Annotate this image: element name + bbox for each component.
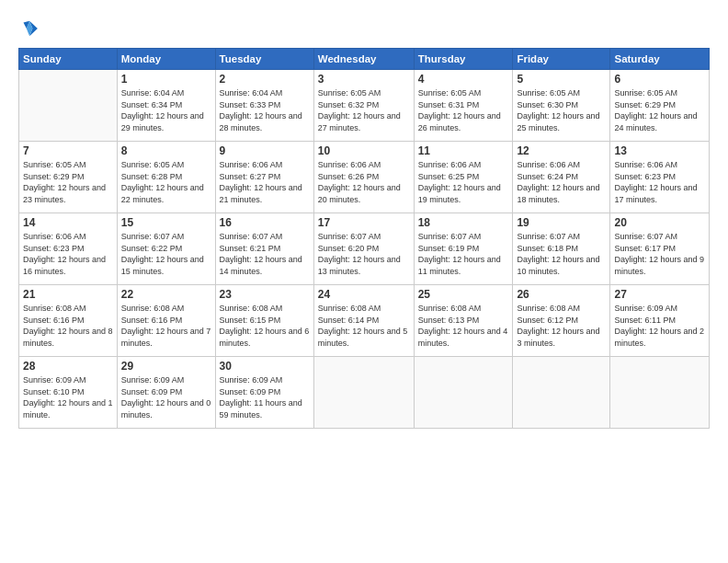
day-cell: 1Sunrise: 6:04 AMSunset: 6:34 PMDaylight…: [117, 70, 215, 142]
day-info: Sunrise: 6:08 AMSunset: 6:12 PMDaylight:…: [517, 303, 606, 349]
day-info: Sunrise: 6:06 AMSunset: 6:27 PMDaylight:…: [220, 159, 310, 205]
day-number: 27: [614, 288, 705, 301]
day-cell: 26Sunrise: 6:08 AMSunset: 6:12 PMDayligh…: [513, 285, 610, 357]
day-number: 2: [220, 73, 310, 86]
day-number: 25: [418, 288, 509, 301]
day-info: Sunrise: 6:05 AMSunset: 6:30 PMDaylight:…: [517, 87, 606, 133]
day-info: Sunrise: 6:09 AMSunset: 6:09 PMDaylight:…: [220, 374, 310, 420]
day-info: Sunrise: 6:05 AMSunset: 6:28 PMDaylight:…: [121, 159, 211, 205]
day-number: 21: [23, 288, 113, 301]
day-info: Sunrise: 6:06 AMSunset: 6:26 PMDaylight:…: [318, 159, 410, 205]
day-number: 30: [220, 360, 310, 373]
day-number: 8: [121, 144, 211, 157]
day-cell: 25Sunrise: 6:08 AMSunset: 6:13 PMDayligh…: [414, 285, 513, 357]
day-info: Sunrise: 6:07 AMSunset: 6:20 PMDaylight:…: [318, 231, 410, 277]
day-number: 22: [121, 288, 211, 301]
day-number: 14: [23, 216, 113, 229]
day-cell: 14Sunrise: 6:06 AMSunset: 6:23 PMDayligh…: [19, 213, 118, 285]
day-info: Sunrise: 6:08 AMSunset: 6:14 PMDaylight:…: [318, 303, 410, 349]
day-number: 13: [614, 144, 705, 157]
day-number: 26: [517, 288, 606, 301]
day-cell: [513, 357, 610, 429]
weekday-header-thursday: Thursday: [414, 49, 513, 70]
day-cell: [313, 357, 414, 429]
weekday-header-friday: Friday: [513, 49, 610, 70]
day-cell: 9Sunrise: 6:06 AMSunset: 6:27 PMDaylight…: [215, 142, 313, 213]
day-number: 3: [318, 73, 410, 86]
day-cell: 15Sunrise: 6:07 AMSunset: 6:22 PMDayligh…: [117, 213, 215, 285]
day-number: 18: [418, 216, 509, 229]
week-row-2: 7Sunrise: 6:05 AMSunset: 6:29 PMDaylight…: [19, 142, 710, 213]
day-cell: 28Sunrise: 6:09 AMSunset: 6:10 PMDayligh…: [19, 357, 118, 429]
day-cell: [19, 70, 118, 142]
day-cell: 23Sunrise: 6:08 AMSunset: 6:15 PMDayligh…: [215, 285, 313, 357]
day-info: Sunrise: 6:06 AMSunset: 6:24 PMDaylight:…: [517, 159, 606, 205]
day-info: Sunrise: 6:06 AMSunset: 6:23 PMDaylight:…: [23, 231, 113, 277]
day-cell: 5Sunrise: 6:05 AMSunset: 6:30 PMDaylight…: [513, 70, 610, 142]
day-info: Sunrise: 6:08 AMSunset: 6:16 PMDaylight:…: [121, 303, 211, 349]
weekday-header-monday: Monday: [117, 49, 215, 70]
day-info: Sunrise: 6:08 AMSunset: 6:16 PMDaylight:…: [23, 303, 113, 349]
day-number: 17: [318, 216, 410, 229]
week-row-5: 28Sunrise: 6:09 AMSunset: 6:10 PMDayligh…: [19, 357, 710, 429]
week-row-1: 1Sunrise: 6:04 AMSunset: 6:34 PMDaylight…: [19, 70, 710, 142]
day-cell: 7Sunrise: 6:05 AMSunset: 6:29 PMDaylight…: [19, 142, 118, 213]
day-number: 16: [220, 216, 310, 229]
calendar-table: SundayMondayTuesdayWednesdayThursdayFrid…: [18, 48, 710, 429]
day-cell: 18Sunrise: 6:07 AMSunset: 6:19 PMDayligh…: [414, 213, 513, 285]
day-info: Sunrise: 6:07 AMSunset: 6:17 PMDaylight:…: [614, 231, 705, 277]
day-number: 19: [517, 216, 606, 229]
day-cell: 10Sunrise: 6:06 AMSunset: 6:26 PMDayligh…: [313, 142, 414, 213]
day-cell: [610, 357, 710, 429]
day-info: Sunrise: 6:07 AMSunset: 6:22 PMDaylight:…: [121, 231, 211, 277]
day-info: Sunrise: 6:08 AMSunset: 6:13 PMDaylight:…: [418, 303, 509, 349]
page: SundayMondayTuesdayWednesdayThursdayFrid…: [0, 0, 728, 563]
day-cell: 22Sunrise: 6:08 AMSunset: 6:16 PMDayligh…: [117, 285, 215, 357]
day-number: 10: [318, 144, 410, 157]
day-cell: 27Sunrise: 6:09 AMSunset: 6:11 PMDayligh…: [610, 285, 710, 357]
day-cell: 2Sunrise: 6:04 AMSunset: 6:33 PMDaylight…: [215, 70, 313, 142]
day-info: Sunrise: 6:04 AMSunset: 6:33 PMDaylight:…: [220, 87, 310, 133]
day-cell: 21Sunrise: 6:08 AMSunset: 6:16 PMDayligh…: [19, 285, 118, 357]
weekday-header-tuesday: Tuesday: [215, 49, 313, 70]
day-info: Sunrise: 6:09 AMSunset: 6:11 PMDaylight:…: [614, 303, 705, 349]
day-number: 15: [121, 216, 211, 229]
logo-icon: [18, 18, 39, 39]
day-cell: 11Sunrise: 6:06 AMSunset: 6:25 PMDayligh…: [414, 142, 513, 213]
day-number: 9: [220, 144, 310, 157]
day-cell: 12Sunrise: 6:06 AMSunset: 6:24 PMDayligh…: [513, 142, 610, 213]
day-cell: 29Sunrise: 6:09 AMSunset: 6:09 PMDayligh…: [117, 357, 215, 429]
day-cell: 8Sunrise: 6:05 AMSunset: 6:28 PMDaylight…: [117, 142, 215, 213]
day-info: Sunrise: 6:08 AMSunset: 6:15 PMDaylight:…: [220, 303, 310, 349]
day-info: Sunrise: 6:07 AMSunset: 6:21 PMDaylight:…: [220, 231, 310, 277]
day-number: 23: [220, 288, 310, 301]
day-info: Sunrise: 6:04 AMSunset: 6:34 PMDaylight:…: [121, 87, 211, 133]
day-info: Sunrise: 6:07 AMSunset: 6:19 PMDaylight:…: [418, 231, 509, 277]
day-number: 4: [418, 73, 509, 86]
day-number: 11: [418, 144, 509, 157]
day-number: 12: [517, 144, 606, 157]
day-info: Sunrise: 6:05 AMSunset: 6:29 PMDaylight:…: [614, 87, 705, 133]
day-info: Sunrise: 6:09 AMSunset: 6:10 PMDaylight:…: [23, 374, 113, 420]
weekday-header-row: SundayMondayTuesdayWednesdayThursdayFrid…: [19, 49, 710, 70]
day-cell: 13Sunrise: 6:06 AMSunset: 6:23 PMDayligh…: [610, 142, 710, 213]
day-cell: 30Sunrise: 6:09 AMSunset: 6:09 PMDayligh…: [215, 357, 313, 429]
header: [18, 17, 710, 39]
day-cell: 6Sunrise: 6:05 AMSunset: 6:29 PMDaylight…: [610, 70, 710, 142]
day-info: Sunrise: 6:05 AMSunset: 6:31 PMDaylight:…: [418, 87, 509, 133]
week-row-3: 14Sunrise: 6:06 AMSunset: 6:23 PMDayligh…: [19, 213, 710, 285]
day-info: Sunrise: 6:07 AMSunset: 6:18 PMDaylight:…: [517, 231, 606, 277]
day-info: Sunrise: 6:06 AMSunset: 6:25 PMDaylight:…: [418, 159, 509, 205]
weekday-header-saturday: Saturday: [610, 49, 710, 70]
day-cell: 16Sunrise: 6:07 AMSunset: 6:21 PMDayligh…: [215, 213, 313, 285]
weekday-header-sunday: Sunday: [19, 49, 118, 70]
day-info: Sunrise: 6:09 AMSunset: 6:09 PMDaylight:…: [121, 374, 211, 420]
week-row-4: 21Sunrise: 6:08 AMSunset: 6:16 PMDayligh…: [19, 285, 710, 357]
day-info: Sunrise: 6:05 AMSunset: 6:32 PMDaylight:…: [318, 87, 410, 133]
day-number: 7: [23, 144, 113, 157]
day-number: 20: [614, 216, 705, 229]
day-info: Sunrise: 6:05 AMSunset: 6:29 PMDaylight:…: [23, 159, 113, 205]
day-cell: 24Sunrise: 6:08 AMSunset: 6:14 PMDayligh…: [313, 285, 414, 357]
day-number: 24: [318, 288, 410, 301]
day-cell: 19Sunrise: 6:07 AMSunset: 6:18 PMDayligh…: [513, 213, 610, 285]
